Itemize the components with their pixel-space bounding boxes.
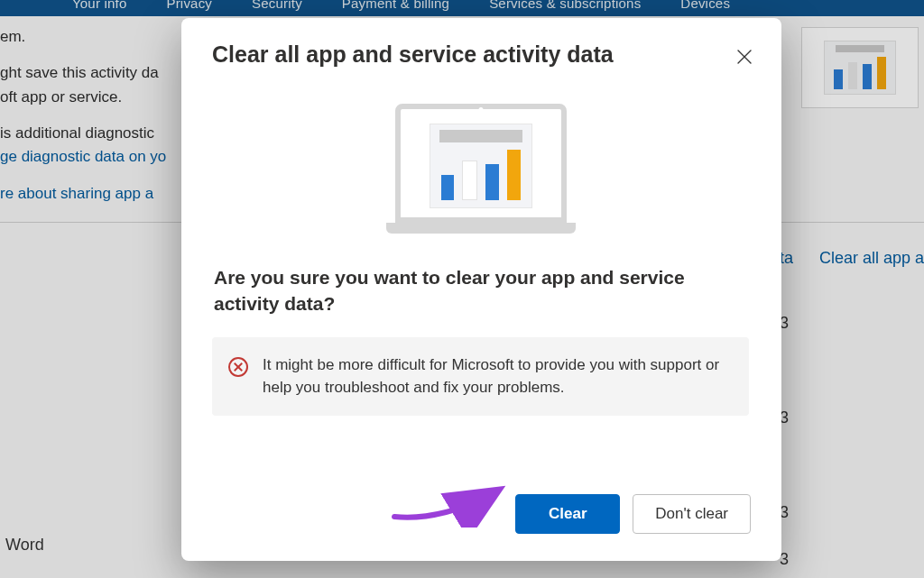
- error-circle-icon: [228, 357, 248, 377]
- illustration-wrapper: [212, 77, 749, 261]
- bar-chart-icon: [441, 146, 521, 200]
- confirm-question: Are you sure you want to clear your app …: [212, 261, 749, 337]
- laptop-icon: [386, 104, 576, 234]
- warning-banner: It might be more difficult for Microsoft…: [212, 337, 749, 416]
- dont-clear-button[interactable]: Don't clear: [633, 494, 751, 534]
- modal-scroll-area[interactable]: Are you sure you want to clear your app …: [212, 77, 751, 472]
- close-icon: [737, 49, 752, 69]
- warning-text: It might be more difficult for Microsoft…: [263, 356, 719, 397]
- modal-button-row: Clear Don't clear: [212, 472, 751, 534]
- clear-button[interactable]: Clear: [515, 494, 620, 534]
- modal-title: Clear all app and service activity data: [212, 41, 751, 68]
- close-button[interactable]: [727, 41, 762, 76]
- clear-activity-modal: Clear all app and service activity data: [181, 18, 781, 561]
- chart-window-icon: [430, 124, 532, 208]
